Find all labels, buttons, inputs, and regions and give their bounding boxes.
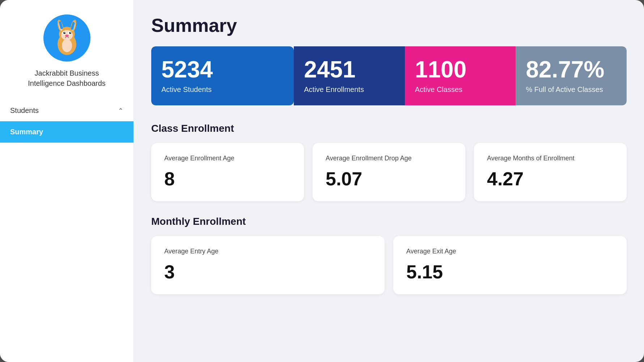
page-title: Summary xyxy=(151,14,627,36)
stat-number-active-enrollments: 2451 xyxy=(304,58,355,81)
svg-point-15 xyxy=(65,35,69,37)
metric-card-avg-exit-age: Average Exit Age 5.15 xyxy=(393,236,627,294)
avatar xyxy=(43,14,90,62)
metric-label-avg-enrollment-age: Average Enrollment Age xyxy=(164,155,234,162)
stats-row: 5234 Active Students 2451 Active Enrollm… xyxy=(151,46,627,105)
svg-rect-16 xyxy=(66,37,68,39)
metric-label-avg-months-enrollment: Average Months of Enrollment xyxy=(487,155,575,162)
stat-number-active-students: 5234 xyxy=(161,58,213,81)
svg-point-14 xyxy=(70,32,71,33)
stat-number-active-classes: 1100 xyxy=(415,58,466,81)
metric-card-avg-enrollment-age: Average Enrollment Age 8 xyxy=(151,143,304,201)
metric-label-avg-drop-age: Average Enrollment Drop Age xyxy=(326,155,412,162)
app-title: Jackrabbit Business Intelligence Dashboa… xyxy=(21,68,113,88)
monthly-enrollment-metrics: Average Entry Age 3 Average Exit Age 5.1… xyxy=(151,236,627,294)
sidebar-nav: Students ⌃ Summary xyxy=(0,100,134,143)
metric-card-avg-drop-age: Average Enrollment Drop Age 5.07 xyxy=(313,143,465,201)
stat-card-active-classes: 1100 Active Classes xyxy=(405,46,516,105)
stat-label-pct-full: % Full of Active Classes xyxy=(526,85,603,94)
metric-label-avg-exit-age: Average Exit Age xyxy=(406,248,456,255)
metric-value-avg-months-enrollment: 4.27 xyxy=(487,168,524,190)
metric-card-avg-months-enrollment: Average Months of Enrollment 4.27 xyxy=(474,143,627,201)
metric-value-avg-entry-age: 3 xyxy=(164,261,175,283)
monthly-enrollment-title: Monthly Enrollment xyxy=(151,216,627,227)
sidebar: Jackrabbit Business Intelligence Dashboa… xyxy=(0,0,134,362)
metric-card-avg-entry-age: Average Entry Age 3 xyxy=(151,236,385,294)
metric-value-avg-enrollment-age: 8 xyxy=(164,168,175,190)
stat-card-active-enrollments: 2451 Active Enrollments xyxy=(294,46,405,105)
app-container: Jackrabbit Business Intelligence Dashboa… xyxy=(0,0,644,362)
nav-item-summary[interactable]: Summary xyxy=(0,121,134,143)
stat-label-active-students: Active Students xyxy=(161,85,212,94)
stat-card-active-students: 5234 Active Students xyxy=(151,46,294,105)
svg-point-12 xyxy=(69,32,71,34)
svg-point-13 xyxy=(64,32,65,33)
svg-point-11 xyxy=(63,32,65,34)
chevron-up-icon: ⌃ xyxy=(118,107,123,115)
stat-card-pct-full: 82.77% % Full of Active Classes xyxy=(516,46,627,105)
class-enrollment-title: Class Enrollment xyxy=(151,123,627,134)
metric-value-avg-drop-age: 5.07 xyxy=(326,168,362,190)
class-enrollment-metrics: Average Enrollment Age 8 Average Enrollm… xyxy=(151,143,627,201)
main-content: Summary 5234 Active Students 2451 Active… xyxy=(134,0,644,362)
metric-label-avg-entry-age: Average Entry Age xyxy=(164,248,219,255)
stat-label-active-enrollments: Active Enrollments xyxy=(304,85,364,94)
svg-point-17 xyxy=(62,39,72,52)
stat-number-pct-full: 82.77% xyxy=(526,58,604,81)
nav-section-students[interactable]: Students ⌃ xyxy=(0,100,134,121)
stat-label-active-classes: Active Classes xyxy=(415,85,462,94)
metric-value-avg-exit-age: 5.15 xyxy=(406,261,443,283)
